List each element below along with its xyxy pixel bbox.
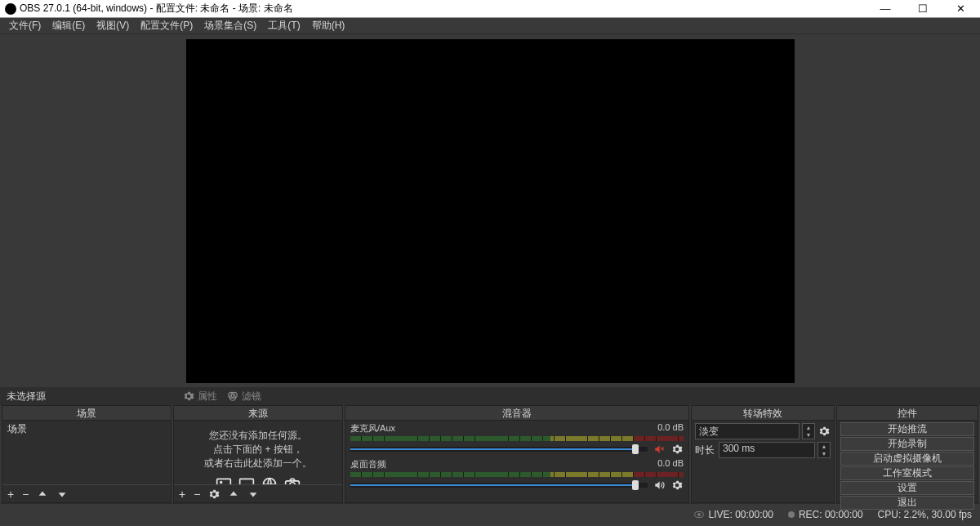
- scene-down-button[interactable]: [56, 488, 68, 500]
- mixer-meter: [350, 436, 684, 441]
- start-streaming-button[interactable]: 开始推流: [840, 422, 974, 436]
- menu-bar: 文件(F) 编辑(E) 视图(V) 配置文件(P) 场景集合(S) 工具(T) …: [0, 18, 980, 34]
- source-add-button[interactable]: +: [179, 488, 185, 501]
- window-title: OBS 27.0.1 (64-bit, windows) - 配置文件: 未命名…: [20, 2, 867, 16]
- menu-tools[interactable]: 工具(T): [262, 17, 305, 34]
- sources-empty-text: 您还没有添加任何源。 点击下面的 + 按钮， 或者右击此处添加一个。: [174, 421, 342, 473]
- gear-icon: [671, 479, 683, 491]
- mixer-mute-button[interactable]: [653, 479, 666, 492]
- duration-label: 时长: [695, 444, 716, 457]
- mixer-title: 混音器: [345, 406, 688, 421]
- broadcast-icon: [694, 511, 704, 518]
- source-type-icons: [174, 476, 342, 484]
- mixer-meter: [350, 472, 684, 477]
- sources-title: 来源: [174, 406, 342, 421]
- exit-button[interactable]: 退出: [840, 496, 974, 510]
- controls-dock: 控件 开始推流 开始录制 启动虚拟摄像机 工作室模式 设置 退出: [836, 405, 978, 503]
- scene-item[interactable]: 场景: [2, 421, 171, 438]
- globe-icon: [261, 476, 278, 484]
- scenes-title: 场景: [2, 406, 171, 421]
- scenes-dock: 场景 场景 + −: [2, 405, 172, 503]
- source-up-button[interactable]: [228, 488, 239, 500]
- controls-title: 控件: [837, 406, 978, 421]
- mixer-volume-slider[interactable]: [350, 447, 648, 452]
- status-live: LIVE: 00:00:00: [694, 509, 773, 520]
- gear-icon: [671, 444, 683, 455]
- menu-view[interactable]: 视图(V): [91, 17, 135, 34]
- window-titlebar: OBS 27.0.1 (64-bit, windows) - 配置文件: 未命名…: [0, 0, 980, 18]
- image-icon: [215, 476, 233, 484]
- svg-point-8: [290, 483, 296, 484]
- transition-spin[interactable]: ▲▼: [802, 423, 815, 439]
- svg-point-4: [220, 481, 222, 484]
- status-cpu: CPU: 2.2%, 30.00 fps: [878, 509, 972, 520]
- mixer-settings-button[interactable]: [670, 443, 684, 456]
- source-down-button[interactable]: [247, 488, 259, 500]
- mixer-ch-db: 0.0 dB: [657, 422, 684, 435]
- camera-icon: [283, 476, 301, 484]
- svg-rect-5: [240, 479, 254, 484]
- minimize-button[interactable]: —: [867, 1, 903, 17]
- properties-button[interactable]: 属性: [183, 390, 217, 403]
- gear-icon: [183, 390, 194, 402]
- mixer-channel-mic: 麦克风/Aux 0.0 dB: [345, 421, 688, 457]
- speaker-muted-icon: [653, 444, 665, 455]
- mixer-volume-slider[interactable]: [350, 483, 648, 488]
- status-rec: REC: 00:00:00: [788, 509, 863, 520]
- app-icon: [5, 3, 16, 15]
- docks-row: 场景 场景 + − 来源 您还没有添加任何源。 点击下面的 + 按钮， 或者右击…: [0, 405, 980, 503]
- svg-rect-3: [217, 479, 231, 484]
- preview-canvas[interactable]: [186, 39, 795, 383]
- preview-area: [0, 34, 980, 387]
- status-bar: LIVE: 00:00:00 REC: 00:00:00 CPU: 2.2%, …: [0, 503, 980, 524]
- no-source-label: 未选择源: [7, 390, 178, 403]
- menu-file[interactable]: 文件(F): [3, 17, 47, 34]
- transitions-title: 转场特效: [692, 406, 834, 421]
- settings-button[interactable]: 设置: [840, 481, 974, 495]
- maximize-button[interactable]: ☐: [905, 1, 941, 17]
- filters-button[interactable]: 滤镜: [227, 390, 261, 403]
- record-dot-icon: [788, 511, 795, 518]
- duration-input[interactable]: 300 ms: [719, 442, 815, 458]
- start-recording-button[interactable]: 开始录制: [840, 437, 974, 451]
- scene-remove-button[interactable]: −: [22, 488, 29, 501]
- menu-edit[interactable]: 编辑(E): [47, 17, 91, 34]
- filters-icon: [227, 390, 238, 402]
- mixer-ch-name: 麦克风/Aux: [350, 422, 395, 435]
- scene-up-button[interactable]: [37, 488, 48, 500]
- duration-spin[interactable]: ▲▼: [817, 442, 831, 458]
- menu-help[interactable]: 帮助(H): [306, 17, 351, 34]
- source-settings-button[interactable]: [208, 488, 220, 500]
- close-button[interactable]: ✕: [942, 1, 978, 17]
- sources-dock: 来源 您还没有添加任何源。 点击下面的 + 按钮， 或者右击此处添加一个。 + …: [173, 405, 343, 503]
- mixer-dock: 混音器 麦克风/Aux 0.0 dB: [345, 405, 689, 503]
- speaker-icon: [653, 479, 665, 491]
- start-virtual-cam-button[interactable]: 启动虚拟摄像机: [840, 452, 974, 466]
- mixer-ch-db: 0.0 dB: [657, 458, 684, 470]
- source-toolbar: 未选择源 属性 滤镜: [0, 387, 980, 405]
- transition-settings-button[interactable]: [817, 425, 831, 438]
- scene-add-button[interactable]: +: [7, 488, 14, 501]
- mixer-channel-desktop: 桌面音频 0.0 dB: [345, 457, 688, 493]
- transitions-dock: 转场特效 淡变 ▲▼ 时长 300 ms ▲▼: [691, 405, 835, 503]
- studio-mode-button[interactable]: 工作室模式: [840, 466, 974, 480]
- mixer-mute-button[interactable]: [653, 443, 666, 456]
- menu-scene-collection[interactable]: 场景集合(S): [198, 17, 262, 34]
- scenes-list[interactable]: 场景: [2, 421, 171, 484]
- gear-icon: [818, 426, 830, 437]
- sources-list[interactable]: 您还没有添加任何源。 点击下面的 + 按钮， 或者右击此处添加一个。: [174, 421, 342, 484]
- menu-profile[interactable]: 配置文件(P): [135, 17, 198, 34]
- display-icon: [238, 476, 256, 484]
- mixer-ch-name: 桌面音频: [350, 458, 386, 470]
- mixer-settings-button[interactable]: [670, 479, 684, 492]
- source-remove-button[interactable]: −: [194, 488, 200, 501]
- transition-select[interactable]: 淡变: [695, 423, 800, 439]
